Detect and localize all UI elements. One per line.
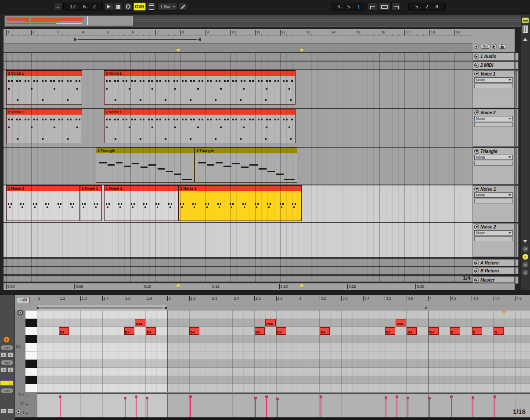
loop-switch[interactable]: p — [0, 380, 13, 386]
piano-key-as3[interactable] — [25, 360, 37, 368]
clip-2-voice-1[interactable]: 2 Voice 1 — [104, 70, 296, 105]
midi-note[interactable]: D#4 — [265, 319, 275, 326]
clip-1-noise-1[interactable]: 1 Noise 1 — [178, 185, 302, 221]
piano-key-cs4[interactable] — [25, 335, 37, 344]
clip-end-marker[interactable] — [424, 306, 427, 310]
piano-key-gs3[interactable] — [25, 376, 37, 384]
note-row-a3[interactable] — [37, 368, 530, 376]
follow-button[interactable]: → — [54, 3, 62, 11]
midi-note[interactable]: D — [472, 327, 482, 335]
track-display-area[interactable]: 2 Voice 12 Voice 12 Voice 12 Voice 13 Tr… — [4, 53, 472, 282]
draw-mode-button[interactable] — [179, 3, 187, 11]
track-header-b-return[interactable]: B Return — [472, 267, 515, 274]
velocity-marker[interactable] — [396, 395, 398, 398]
scrub-area[interactable] — [4, 43, 472, 53]
velocity-stem[interactable] — [147, 398, 148, 417]
track-lane-voice-1[interactable]: 2 Voice 12 Voice 1 — [4, 70, 472, 108]
piano-key-a3[interactable] — [25, 368, 37, 376]
track-lane-b-return[interactable] — [4, 267, 472, 274]
insert-marker[interactable] — [502, 311, 506, 314]
track-lane-master[interactable] — [4, 276, 472, 282]
velocity-marker[interactable] — [407, 397, 409, 399]
automation-arm-button[interactable] — [147, 3, 157, 11]
velocity-stem[interactable] — [266, 397, 267, 417]
midi-note[interactable]: D4 — [59, 327, 69, 335]
velocity-marker[interactable] — [450, 395, 453, 398]
piano-key-c4[interactable] — [25, 343, 37, 351]
clip-view-selector-icon[interactable] — [522, 18, 529, 23]
loop-region-line[interactable] — [78, 39, 197, 40]
set-position-button[interactable]: Set — [1, 345, 13, 350]
overdub-button[interactable]: OVR — [133, 3, 146, 11]
velocity-stem[interactable] — [397, 397, 397, 417]
fold-button[interactable]: Fold — [17, 297, 30, 303]
midi-note[interactable]: D4 — [124, 327, 134, 335]
play-track-icon[interactable] — [474, 261, 479, 265]
loop-end-marker[interactable] — [164, 306, 167, 310]
midi-note[interactable]: D#4 — [135, 319, 145, 326]
velocity-stem[interactable] — [277, 399, 278, 417]
track-header-voice-2[interactable]: Voice 2None — [472, 109, 515, 147]
end-value-beat[interactable]: 0 — [7, 409, 14, 413]
arrangement-loop-brace[interactable] — [4, 36, 472, 43]
position-value-beat[interactable]: 1 — [7, 352, 14, 357]
velocity-stem[interactable] — [190, 397, 191, 417]
play-button[interactable] — [104, 3, 113, 11]
midi-note[interactable]: D4 — [320, 327, 330, 335]
velocity-marker[interactable] — [494, 395, 496, 398]
prev-locator-button[interactable] — [474, 44, 479, 49]
quantization-menu[interactable]: 1 Bar — [158, 3, 178, 11]
track-lane-2-midi[interactable] — [4, 62, 472, 69]
unfold-track-icon[interactable] — [474, 224, 479, 229]
midi-note[interactable]: D4 — [255, 327, 265, 335]
arrangement-position-display[interactable]: 12. 6. 2 — [63, 3, 103, 11]
overview-viewport-region[interactable] — [87, 16, 133, 25]
clip-3-triangle[interactable]: 3 Triangle — [195, 148, 297, 183]
arrangement-overview[interactable] — [4, 15, 524, 27]
next-locator-button[interactable] — [492, 44, 497, 49]
selection-marker[interactable] — [176, 49, 180, 52]
piano-key-g3[interactable] — [25, 384, 37, 392]
piano-key-e4[interactable] — [25, 311, 37, 319]
midi-note[interactable]: D4 — [407, 327, 417, 335]
velocity-marker[interactable] — [146, 397, 148, 399]
velocity-marker[interactable] — [254, 397, 257, 399]
show-returns-toggle[interactable]: R — [523, 254, 528, 260]
device-chooser[interactable]: None — [474, 230, 513, 235]
velocity-marker[interactable] — [385, 396, 387, 399]
note-grid[interactable]: D4D4D#4D4D4D4D#4D4D4D4D#4D4D4DDD — [37, 311, 530, 392]
editor-beat-ruler[interactable]: 11.21.31.41.51.622.22.32.42.52.633.23.33… — [0, 295, 530, 305]
note-row-c4[interactable] — [37, 343, 530, 351]
track-lane-noise-1[interactable]: 1 Noise 12 Noise 11 Noise 11 Noise 1 — [4, 185, 472, 222]
clip-1-noise-1[interactable]: 1 Noise 1 — [6, 185, 80, 221]
unfold-track-icon[interactable] — [474, 149, 479, 154]
piano-key-d4[interactable] — [25, 327, 37, 335]
selection-marker[interactable] — [299, 49, 304, 52]
velocity-stem[interactable] — [429, 398, 430, 417]
note-row-e4[interactable] — [37, 311, 530, 319]
show-delay-toggle[interactable]: D — [523, 270, 528, 275]
midi-note[interactable]: D4 — [276, 327, 286, 335]
loop-length-display[interactable]: 5. 2. 0 — [408, 3, 446, 11]
velocity-marker[interactable] — [265, 395, 268, 398]
loop-start-marker[interactable] — [37, 306, 40, 310]
track-lane-a-return[interactable] — [4, 259, 472, 266]
unfold-track-icon[interactable] — [474, 110, 479, 115]
beat-time-ruler[interactable]: 12345678910111213141516171819 — [4, 29, 472, 36]
clip-2-voice-1[interactable]: 2 Voice 1 — [104, 109, 296, 143]
note-row-as3[interactable] — [37, 360, 530, 368]
track-header-noise-1[interactable]: Noise 1None — [472, 185, 515, 222]
track-header-2-midi[interactable]: 2 MIDI — [472, 62, 515, 69]
velocity-stem[interactable] — [321, 397, 321, 417]
velocity-preview-button[interactable] — [16, 409, 21, 414]
set-end-button[interactable]: Set — [1, 388, 13, 393]
velocity-marker[interactable] — [320, 395, 322, 398]
device-chooser[interactable]: None — [474, 192, 513, 198]
stop-button[interactable] — [114, 3, 123, 11]
midi-note[interactable]: D — [450, 327, 460, 335]
velocity-marker[interactable] — [59, 395, 61, 398]
set-loop-position-button[interactable]: Set — [1, 360, 13, 365]
window-split-divider[interactable] — [0, 290, 530, 295]
velocity-stem[interactable] — [136, 397, 137, 417]
note-row-b3[interactable] — [37, 351, 530, 360]
